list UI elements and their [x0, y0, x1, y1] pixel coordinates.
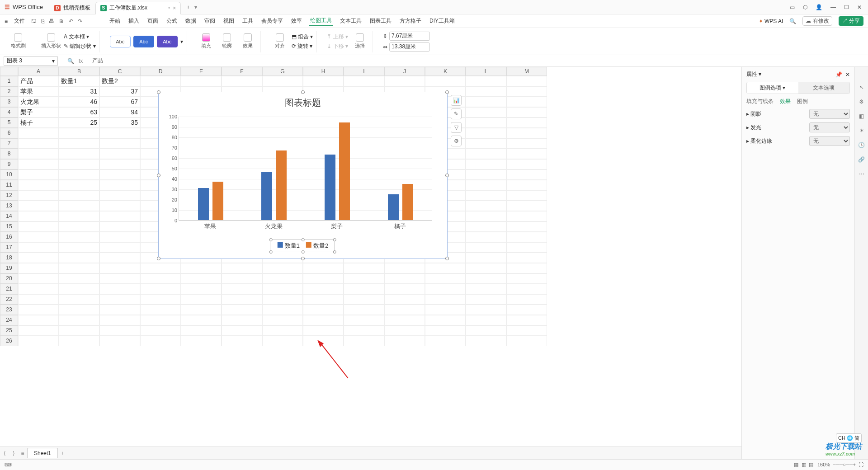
cell[interactable]: [506, 294, 547, 305]
cell[interactable]: [384, 305, 425, 315]
col-B[interactable]: B: [59, 67, 99, 76]
cell[interactable]: [18, 315, 59, 325]
cell[interactable]: [303, 284, 344, 294]
cell[interactable]: [344, 76, 384, 86]
chart-settings-icon[interactable]: ⚙: [451, 136, 462, 146]
cell[interactable]: [59, 159, 99, 169]
zoom-value[interactable]: 160%: [817, 462, 830, 467]
cell[interactable]: [506, 211, 547, 221]
cell[interactable]: [466, 294, 506, 305]
cell[interactable]: [59, 242, 99, 253]
chart-style-icon[interactable]: ✎: [451, 108, 462, 119]
row-header[interactable]: 22: [0, 294, 18, 305]
cell[interactable]: [18, 190, 59, 201]
cell[interactable]: [466, 76, 506, 86]
cell[interactable]: [59, 336, 99, 346]
cell[interactable]: [59, 305, 99, 315]
modified-button[interactable]: ☁ 有修改: [802, 16, 832, 26]
cell[interactable]: [506, 284, 547, 294]
cell[interactable]: [222, 294, 262, 305]
cell[interactable]: [303, 273, 344, 284]
cell[interactable]: [140, 273, 181, 284]
add-tab-button[interactable]: +: [184, 4, 193, 10]
cell[interactable]: [262, 284, 303, 294]
col-C[interactable]: C: [99, 67, 140, 76]
cell[interactable]: [59, 211, 99, 221]
cell[interactable]: [506, 263, 547, 273]
cell[interactable]: [425, 294, 466, 305]
row-header[interactable]: 18: [0, 253, 18, 263]
cell[interactable]: [99, 149, 140, 159]
cell[interactable]: [344, 305, 384, 315]
cell[interactable]: [99, 180, 140, 190]
cell[interactable]: [466, 159, 506, 169]
cell[interactable]: [59, 294, 99, 305]
cursor-icon[interactable]: ↖: [859, 84, 864, 90]
cell[interactable]: [59, 149, 99, 159]
cell[interactable]: [344, 325, 384, 336]
sub-fill[interactable]: 填充与线条: [746, 98, 774, 105]
pin-icon[interactable]: 📌: [835, 71, 842, 78]
cell[interactable]: [466, 190, 506, 201]
cell[interactable]: [262, 263, 303, 273]
effect-button[interactable]: 效果: [239, 33, 257, 49]
cell[interactable]: [59, 325, 99, 336]
tab-texttools[interactable]: 文本工具: [339, 16, 363, 26]
cell[interactable]: [99, 336, 140, 346]
row-header[interactable]: 12: [0, 190, 18, 201]
cell[interactable]: [466, 232, 506, 242]
sheet-area[interactable]: A B C D E F G H I J K L M 1产品数量1数量22苹果31…: [0, 67, 741, 459]
cell[interactable]: [506, 325, 547, 336]
tab-text-options[interactable]: 文本选项: [798, 82, 850, 94]
cell[interactable]: [506, 201, 547, 211]
cell[interactable]: 橘子: [18, 118, 59, 128]
cell[interactable]: [466, 221, 506, 232]
fill-button[interactable]: 填充: [197, 33, 215, 49]
view-read-icon[interactable]: ▤: [809, 462, 813, 467]
chart-legend[interactable]: 数量1 数量2: [271, 240, 335, 252]
row-header[interactable]: 7: [0, 138, 18, 149]
cell[interactable]: [99, 211, 140, 221]
settings-icon[interactable]: ⚙: [859, 99, 864, 105]
cell[interactable]: 35: [99, 118, 140, 128]
cell[interactable]: [222, 273, 262, 284]
chevron-down-icon[interactable]: ▾: [180, 38, 183, 45]
fullscreen-icon[interactable]: ⛶: [859, 462, 863, 467]
cell[interactable]: [303, 76, 344, 86]
col-M[interactable]: M: [506, 67, 547, 76]
align-button[interactable]: 对齐: [271, 33, 289, 49]
cell[interactable]: [99, 263, 140, 273]
sheet-prev-icon[interactable]: ⟨: [0, 450, 9, 456]
cell[interactable]: 梨子: [18, 107, 59, 118]
cell[interactable]: [99, 169, 140, 180]
sheet-tab-1[interactable]: Sheet1: [27, 448, 58, 458]
cell[interactable]: [18, 263, 59, 273]
cell[interactable]: [59, 138, 99, 149]
cell[interactable]: [99, 305, 140, 315]
cell[interactable]: [506, 315, 547, 325]
soft-select[interactable]: 无: [809, 136, 850, 146]
row-header[interactable]: 11: [0, 180, 18, 190]
row-header[interactable]: 21: [0, 284, 18, 294]
sheet-list-icon[interactable]: ≡: [18, 450, 27, 456]
cell[interactable]: [384, 273, 425, 284]
chart-plot[interactable]: 0102030405060708090100: [179, 117, 432, 221]
cell[interactable]: [222, 315, 262, 325]
cell[interactable]: [384, 263, 425, 273]
textbox-button[interactable]: A 文本框 ▾: [64, 33, 96, 41]
chart-title[interactable]: 图表标题: [159, 97, 447, 109]
cell[interactable]: [425, 305, 466, 315]
tab-data[interactable]: 数据: [184, 16, 197, 26]
cell[interactable]: [262, 336, 303, 346]
ime-indicator[interactable]: CH 🌐 简: [836, 433, 862, 443]
cell[interactable]: [99, 315, 140, 325]
cell[interactable]: [506, 273, 547, 284]
cell[interactable]: [425, 273, 466, 284]
row-header[interactable]: 10: [0, 169, 18, 180]
tab-review[interactable]: 审阅: [203, 16, 216, 26]
cell[interactable]: [384, 315, 425, 325]
col-F[interactable]: F: [222, 67, 262, 76]
col-I[interactable]: I: [344, 67, 384, 76]
cell[interactable]: 63: [59, 107, 99, 118]
fx-area[interactable]: 🔍fx: [61, 58, 89, 64]
